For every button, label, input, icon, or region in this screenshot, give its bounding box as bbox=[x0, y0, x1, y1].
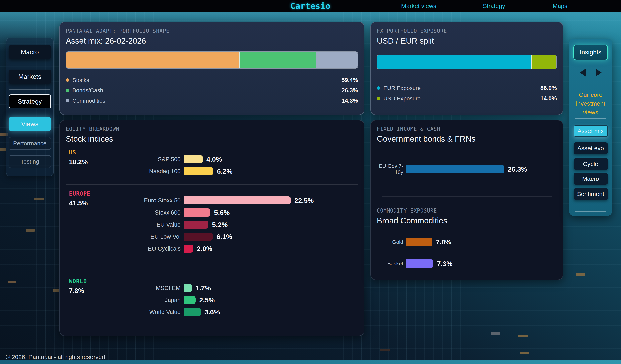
sidebar-item-testing[interactable]: Testing bbox=[9, 155, 51, 168]
background-dash bbox=[576, 273, 585, 276]
bar bbox=[184, 155, 203, 163]
nav-link-market-views[interactable]: Market views bbox=[401, 3, 436, 9]
equity-row: S&P 500 4.0% bbox=[66, 153, 358, 165]
bar-value: 6.2% bbox=[217, 167, 233, 175]
legend-row: Commodities 14.3% bbox=[66, 96, 358, 106]
legend-dot-icon bbox=[66, 99, 69, 102]
view-button-macro[interactable]: Macro bbox=[574, 173, 608, 185]
sidebar-divider bbox=[9, 65, 50, 65]
legend-dot-icon bbox=[66, 78, 69, 82]
stacked-bar-segment bbox=[316, 52, 358, 68]
panel-kicker: FX PORTFOLIO EXPOSURE bbox=[377, 28, 557, 34]
asset-mix-panel: PANTARAI ADAPT: PORTFOLIO SHAPE Asset mi… bbox=[59, 22, 364, 115]
asset-mix-legend: Stocks 59.4% Bonds/Cash 26.3% Commoditie… bbox=[66, 75, 358, 106]
view-button-sentiment[interactable]: Sentiment bbox=[574, 188, 608, 200]
equity-row: World Value 3.6% bbox=[66, 306, 358, 318]
equity-group-info: EUROPE 41.5% bbox=[69, 191, 90, 207]
bar-value: 7.3% bbox=[437, 260, 453, 268]
bar bbox=[406, 260, 433, 268]
legend-row: USD Exposure 14.0% bbox=[377, 93, 557, 104]
sidebar-divider bbox=[9, 89, 50, 90]
stacked-bar-segment bbox=[377, 55, 531, 69]
background-dash bbox=[491, 332, 500, 335]
equity-row: EU Value 5.2% bbox=[66, 219, 358, 231]
copyright-text: © 2026, Pantar.ai - all rights reserved bbox=[6, 354, 105, 360]
bar-value: 1.7% bbox=[195, 284, 211, 292]
asset-mix-stacked-bar bbox=[66, 51, 358, 69]
bar bbox=[184, 221, 208, 228]
commodity-rows: Gold 7.0% Basket 7.3% bbox=[377, 236, 557, 270]
sidebar-item-performance[interactable]: Performance bbox=[9, 137, 51, 150]
next-arrow-icon[interactable] bbox=[596, 69, 602, 77]
section-divider bbox=[382, 196, 552, 197]
background-dash bbox=[0, 148, 6, 151]
equity-breakdown-panel: EQUITY BREAKDOWN Stock indices US 10.2% … bbox=[59, 120, 364, 336]
sidebar-item-views[interactable]: Views bbox=[9, 117, 51, 131]
sidebar-divider bbox=[575, 211, 606, 212]
legend-dot-icon bbox=[377, 87, 380, 90]
equity-rows: S&P 500 4.0% Nasdaq 100 6.2% bbox=[66, 153, 358, 177]
panel-title: Broad Commodities bbox=[377, 216, 557, 225]
equity-group-total: 41.5% bbox=[69, 199, 90, 207]
sidebar-item-macro[interactable]: Macro bbox=[9, 45, 51, 59]
view-button-asset-mix[interactable]: Asset mix bbox=[574, 125, 608, 137]
legend-dot-icon bbox=[66, 89, 69, 92]
legend-row: Stocks 59.4% bbox=[66, 75, 358, 85]
legend-dot-icon bbox=[377, 97, 380, 100]
view-button-asset-evo[interactable]: Asset evo bbox=[574, 142, 608, 154]
app-logo[interactable]: Cartesio bbox=[290, 1, 331, 11]
panel-kicker: COMMODITY EXPOSURE bbox=[377, 208, 557, 214]
bar-label: EU Low Vol bbox=[66, 233, 184, 240]
panel-kicker: FIXED INCOME & CASH bbox=[377, 126, 557, 132]
bar-value: 3.6% bbox=[205, 308, 220, 316]
bar bbox=[406, 165, 504, 173]
nav-link-strategy[interactable]: Strategy bbox=[483, 3, 505, 9]
equity-group-name: US bbox=[69, 149, 88, 156]
equity-row: Stoxx 600 5.6% bbox=[66, 207, 358, 219]
legend-label: Commodities bbox=[72, 98, 105, 104]
bar bbox=[184, 308, 201, 316]
panel-kicker: PANTARAI ADAPT: PORTFOLIO SHAPE bbox=[66, 28, 358, 34]
bar bbox=[184, 196, 291, 205]
insights-button[interactable]: Insights bbox=[573, 45, 608, 60]
panel-title: Government bonds & FRNs bbox=[377, 135, 557, 143]
equity-group-info: US 10.2% bbox=[69, 149, 88, 166]
view-button-cycle[interactable]: Cycle bbox=[574, 158, 608, 170]
left-sidebar: Macro Markets Strategy Views Performance… bbox=[6, 38, 53, 176]
equity-group-info: WORLD 7.8% bbox=[69, 278, 87, 295]
right-sidebar: Insights Our core investment views Asset… bbox=[569, 39, 612, 216]
bar-label: World Value bbox=[66, 309, 184, 315]
equity-row: EU Cyclicals 2.0% bbox=[66, 243, 358, 255]
bar-value: 6.1% bbox=[217, 233, 232, 241]
bar bbox=[184, 296, 196, 304]
equity-group: WORLD 7.8% MSCI EM 1.7% Japan 2.5% bbox=[66, 272, 358, 325]
equity-group: US 10.2% S&P 500 4.0% Nasdaq 100 6.2% bbox=[66, 143, 358, 184]
panel-kicker: EQUITY BREAKDOWN bbox=[66, 126, 358, 132]
bar bbox=[184, 245, 193, 253]
bar-value: 2.0% bbox=[197, 245, 212, 253]
stacked-bar-segment bbox=[66, 52, 239, 68]
bar-value: 4.0% bbox=[207, 155, 222, 163]
legend-label: Bonds/Cash bbox=[72, 87, 103, 94]
sidebar-divider bbox=[575, 118, 606, 119]
background-dash bbox=[520, 352, 529, 354]
sidebar-divider bbox=[575, 85, 606, 86]
prev-arrow-icon[interactable] bbox=[580, 69, 586, 77]
panel-title: USD / EUR split bbox=[377, 36, 557, 45]
nav-link-maps[interactable]: Maps bbox=[552, 3, 567, 9]
commodity-row: Gold 7.0% bbox=[377, 236, 557, 248]
sidebar-item-markets[interactable]: Markets bbox=[9, 70, 51, 84]
legend-row: EUR Exposure 86.0% bbox=[377, 83, 557, 93]
background-dash bbox=[8, 280, 17, 283]
legend-label: Stocks bbox=[72, 77, 89, 84]
bar-label: Stoxx 600 bbox=[66, 209, 184, 216]
fx-stacked-bar bbox=[377, 54, 557, 69]
bar-value: 26.3% bbox=[508, 165, 527, 173]
sidebar-item-strategy[interactable]: Strategy bbox=[9, 94, 51, 108]
bar-value: 22.5% bbox=[294, 197, 314, 205]
bar-label: EU Cyclicals bbox=[66, 245, 184, 252]
bar bbox=[184, 284, 192, 292]
commodity-row: Basket 7.3% bbox=[377, 257, 557, 270]
bar-value: 7.0% bbox=[436, 238, 451, 246]
fx-legend: EUR Exposure 86.0% USD Exposure 14.0% bbox=[377, 83, 557, 104]
